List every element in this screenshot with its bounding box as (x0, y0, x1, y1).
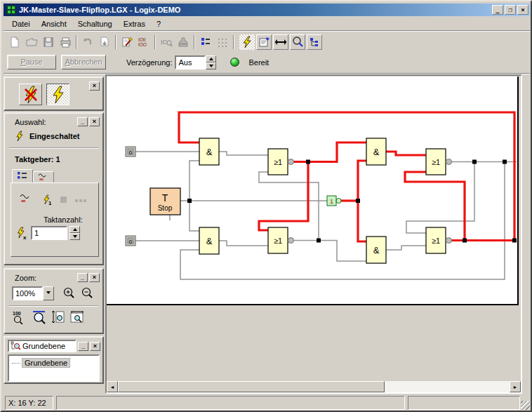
svg-text:1: 1 (330, 198, 333, 205)
circuit-drawing[interactable]: 0 0 T Stop & (107, 77, 517, 304)
menu-ansicht[interactable]: Ansicht (36, 18, 72, 29)
abort-button[interactable]: Abbrechen (61, 55, 106, 69)
gate-or-master-q[interactable]: ≥1 (268, 149, 294, 175)
menu-datei[interactable]: Datei (6, 18, 36, 29)
print-button[interactable] (58, 34, 73, 50)
gate-or-slave-qn[interactable]: ≥1 (426, 227, 452, 253)
ebene-field[interactable]: Grundebene (8, 340, 77, 352)
gate-inverter[interactable]: 1 (327, 196, 341, 206)
takt-count-spinner[interactable] (69, 226, 80, 240)
simulate-button[interactable] (239, 34, 255, 50)
menu-extras[interactable]: Extras (118, 18, 151, 29)
scroll-right-icon[interactable]: ► (510, 381, 521, 392)
input-switch-k[interactable]: 0 (126, 236, 135, 246)
gate-and-master-j[interactable]: & (199, 138, 219, 165)
save-file-button[interactable] (41, 34, 56, 50)
close-icon[interactable]: × (89, 117, 100, 126)
connections-button[interactable] (273, 34, 288, 50)
spin-down-icon (206, 62, 216, 69)
close-icon[interactable]: × (89, 273, 100, 282)
simulation-off-button[interactable] (19, 84, 42, 105)
title-bar[interactable]: JK-Master-Slave-Flipflop.LGX - Logix-DEM… (4, 4, 530, 16)
svg-text:&: & (206, 236, 213, 246)
toolbar-separator (115, 35, 117, 49)
input-switch-j[interactable]: 0 (126, 147, 135, 157)
truth-table-button[interactable]: IOIIIOO (136, 34, 152, 50)
svg-text:≥1: ≥1 (274, 237, 282, 245)
clock-count-icon: x (15, 227, 27, 240)
single-pulse-icon[interactable]: 1 (42, 194, 53, 206)
zoom-out-icon[interactable] (81, 287, 94, 300)
status-pane (56, 396, 405, 410)
minimize-icon[interactable]: _ (77, 117, 88, 126)
svg-text:&: & (206, 147, 213, 157)
svg-text:∞: ∞ (21, 197, 26, 204)
close-icon[interactable]: × (90, 342, 100, 351)
app-icon (6, 5, 16, 15)
delay-spinner[interactable] (206, 55, 216, 69)
svg-text:IC: IC (161, 39, 168, 46)
gate-or-slave-q[interactable]: ≥1 (426, 149, 452, 175)
minimize-icon[interactable]: _ (77, 273, 88, 282)
stop-icon[interactable] (60, 196, 68, 204)
simulation-on-button[interactable] (46, 84, 69, 105)
gate-or-master-qn[interactable]: ≥1 (268, 227, 294, 253)
continuous-clock-icon[interactable]: ∞ (20, 193, 35, 207)
open-file-button[interactable] (24, 34, 39, 50)
svg-text:Stop: Stop (158, 204, 173, 212)
stamp-button[interactable] (175, 34, 191, 50)
tree-branch (12, 363, 20, 364)
maximize-button[interactable]: ❐ (505, 5, 516, 15)
zoom-fit-icon[interactable] (69, 310, 85, 324)
spin-up-icon (206, 55, 216, 62)
zoom-level-combo[interactable]: 100% (12, 286, 54, 300)
zoom-height-icon[interactable] (51, 310, 65, 324)
horizontal-scrollbar[interactable]: ◄ ► (107, 381, 521, 392)
scroll-left-icon[interactable]: ◄ (107, 381, 118, 392)
paste-below-button[interactable] (97, 34, 112, 50)
delay-input[interactable]: Aus (175, 55, 206, 69)
tab-single-step[interactable] (12, 169, 33, 183)
svg-text:&: & (373, 147, 380, 157)
circuit-wizard-button[interactable] (119, 34, 135, 50)
gate-and-slave-k[interactable]: & (366, 237, 386, 263)
structure-tree-button[interactable] (307, 34, 322, 50)
taktgeber-title: Taktgeber: 1 (15, 155, 102, 164)
zoom-100-icon[interactable]: 100 (12, 310, 27, 324)
properties-button[interactable] (256, 34, 272, 50)
ic-test-button[interactable]: IC (159, 34, 174, 50)
new-document-button[interactable] (7, 34, 22, 50)
gate-and-slave-j[interactable]: & (366, 138, 386, 165)
auswahl-title: Auswahl: (15, 118, 77, 126)
circuit-page[interactable]: 0 0 T Stop & (107, 77, 519, 305)
zoom-window-icon[interactable] (32, 310, 46, 324)
scrollbar-thumb[interactable] (118, 381, 385, 392)
component-list-button[interactable] (198, 34, 213, 50)
main-toolbar: IOIIIOO IC (4, 32, 530, 51)
undo-button[interactable] (80, 34, 95, 50)
status-bar: X: 16 Y: 22 (4, 394, 531, 412)
step-dots-icon[interactable] (75, 197, 88, 204)
circuit-canvas-container: 0 0 T Stop & (105, 74, 522, 394)
ebene-panel: Grundebene _ × Grundebene (4, 336, 104, 384)
zoom-panel: Zoom: _ × 100% 100 (4, 268, 104, 334)
tree-item-grundebene[interactable]: Grundebene (12, 358, 98, 368)
grid-button[interactable] (215, 34, 230, 50)
gate-and-master-k[interactable]: & (199, 227, 219, 254)
resize-grip[interactable] (521, 401, 530, 410)
menu-help[interactable]: ? (151, 18, 166, 29)
close-icon[interactable]: × (89, 81, 100, 91)
status-led (230, 58, 239, 67)
zoom-tool-button[interactable] (290, 34, 305, 50)
close-button[interactable]: × (517, 5, 528, 15)
minimize-button[interactable]: _ (492, 5, 503, 15)
menu-schaltung[interactable]: Schaltung (72, 18, 118, 29)
minimize-icon[interactable]: _ (78, 342, 88, 351)
pause-button[interactable]: Pause (7, 55, 56, 69)
status-pane-2 (408, 396, 520, 410)
takt-count-input[interactable]: 1 (31, 226, 67, 240)
toolbar-separator (194, 35, 195, 49)
tab-waveform[interactable]: ∞ (33, 171, 54, 183)
clock-generator[interactable]: T Stop (150, 188, 180, 215)
zoom-in-icon[interactable] (62, 287, 76, 300)
